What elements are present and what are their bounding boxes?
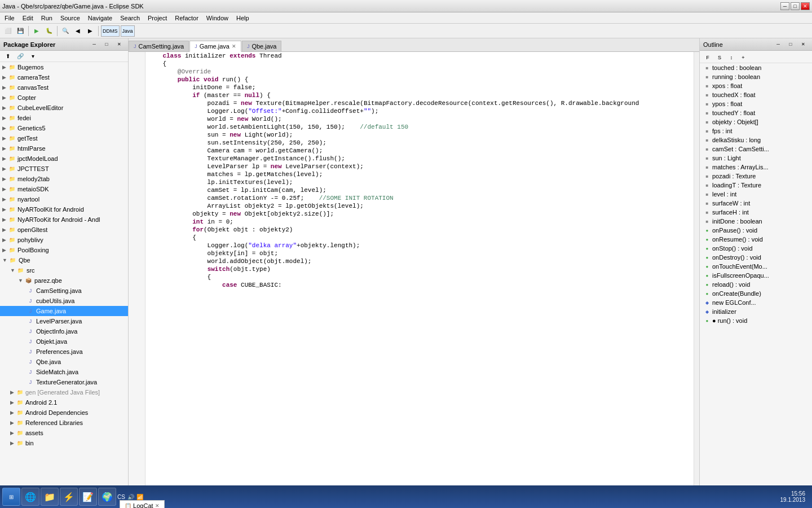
menu-file[interactable]: File xyxy=(1,14,18,23)
outline-item-2[interactable]: ■xpos : float xyxy=(700,81,812,90)
outline-item-6[interactable]: ■objekty : Objekt[] xyxy=(700,117,812,126)
outline-item-15[interactable]: ■surfaceW : int xyxy=(700,199,812,208)
outline-item-19[interactable]: ●onResume() : void xyxy=(700,235,812,244)
pe-close-button[interactable]: ✕ xyxy=(113,39,125,50)
outline-item-12[interactable]: ■pozadi : Texture xyxy=(700,172,812,181)
menu-help[interactable]: Help xyxy=(233,14,253,23)
java-button[interactable]: Java xyxy=(121,25,135,37)
pe-item-game.java[interactable]: JGame.java xyxy=(0,306,128,316)
pe-item-objectinfo.java[interactable]: JObjectInfo.java xyxy=(0,326,128,336)
minimize-button[interactable]: ─ xyxy=(780,2,789,10)
pe-item-gettest[interactable]: ▶📁getTest xyxy=(0,133,128,143)
pe-item-cubeleveleditor[interactable]: ▶📁CubeLevelEditor xyxy=(0,103,128,113)
debug-button[interactable]: 🐛 xyxy=(43,25,55,37)
pe-item-android-dependencies[interactable]: ▶📁Android Dependencies xyxy=(0,408,128,418)
maximize-button[interactable]: □ xyxy=(791,2,800,10)
taskbar-clock[interactable]: 15:56 19.1.2013 xyxy=(780,491,810,503)
pe-item-parez.qbe[interactable]: ▼📦parez.qbe xyxy=(0,275,128,286)
outline-hide-static[interactable]: S xyxy=(714,52,725,63)
pe-item-jpctmodelload[interactable]: ▶📁jpctModelLoad xyxy=(0,154,128,164)
taskbar-app1[interactable]: ⚡ xyxy=(60,488,78,506)
outline-item-27[interactable]: ◆initializer xyxy=(700,307,812,316)
outline-item-21[interactable]: ●onDestroy() : void xyxy=(700,253,812,262)
pe-item-htmlparse[interactable]: ▶📁htmlParse xyxy=(0,143,128,154)
pe-link-button[interactable]: 🔗 xyxy=(15,51,26,62)
outline-item-3[interactable]: ■touchedX : float xyxy=(700,90,812,99)
outline-item-20[interactable]: ●onStop() : void xyxy=(700,244,812,253)
menu-window[interactable]: Window xyxy=(203,14,232,23)
pe-item-cubeutils.java[interactable]: JcubeUtils.java xyxy=(0,296,128,306)
outline-item-23[interactable]: ●isFullscreenOpaqu... xyxy=(700,271,812,280)
outline-hide-fields[interactable]: F xyxy=(702,52,713,63)
tab-camsetting[interactable]: J CamSetting.java xyxy=(129,41,189,51)
new-button[interactable]: ⬜ xyxy=(2,25,14,37)
code-editor[interactable]: class initializer extends Thread { @Over… xyxy=(145,52,694,497)
prev-edit-button[interactable]: ◀ xyxy=(72,25,83,37)
outline-item-24[interactable]: ●reload() : void xyxy=(700,280,812,289)
pe-item-poolboxing[interactable]: ▶📁PoolBoxing xyxy=(0,245,128,255)
pe-item-referenced-libraries[interactable]: ▶📁Referenced Libraries xyxy=(0,418,128,428)
pe-minimize-button[interactable]: ─ xyxy=(89,39,100,50)
pe-item-canvastest[interactable]: ▶📁canvasTest xyxy=(0,82,128,93)
menu-search[interactable]: Search xyxy=(117,14,143,23)
pe-item-jpcttest[interactable]: ▶📁JPCTTEST xyxy=(0,164,128,174)
outline-item-13[interactable]: ■loadingT : Texture xyxy=(700,181,812,190)
pe-item-gen-[generated-java-files][interactable]: ▶📁gen [Generated Java Files] xyxy=(0,387,128,397)
pe-item-qbe.java[interactable]: JQbe.java xyxy=(0,357,128,367)
taskbar-app3[interactable]: 🌍 xyxy=(98,488,116,506)
pe-item-camsetting.java[interactable]: JCamSetting.java xyxy=(0,286,128,296)
tab-logcat[interactable]: 📋 LogCat ✕ xyxy=(120,500,164,508)
outline-item-7[interactable]: ■fps : int xyxy=(700,126,812,135)
outline-item-17[interactable]: ■initDone : boolean xyxy=(700,217,812,226)
pe-item-android-2.1[interactable]: ▶📁Android 2.1 xyxy=(0,397,128,408)
pe-item-melody2tab[interactable]: ▶📁melody2tab xyxy=(0,174,128,184)
pe-item-bin[interactable]: ▶📁bin xyxy=(0,438,128,448)
outline-item-10[interactable]: ■sun : Light xyxy=(700,154,812,163)
start-button[interactable]: ⊞ xyxy=(2,488,20,506)
menu-navigate[interactable]: Navigate xyxy=(85,14,116,23)
menu-run[interactable]: Run xyxy=(38,14,56,23)
tab-qbe[interactable]: J Qbe.java xyxy=(242,41,282,51)
pe-item-nyartookit-for-android---andl[interactable]: ▶📁NyARTooKit for Android - Andl xyxy=(0,214,128,225)
run-button[interactable]: ▶ xyxy=(31,25,42,37)
pe-item-nyartoolkit-for-android[interactable]: ▶📁NyARToolKit for Android xyxy=(0,204,128,214)
pe-item-qbe[interactable]: ▼📁Qbe xyxy=(0,255,128,265)
close-button[interactable]: ✕ xyxy=(801,2,810,10)
outline-item-18[interactable]: ●onPause() : void xyxy=(700,226,812,235)
outline-item-0[interactable]: ■touched : boolean xyxy=(700,63,812,72)
menu-source[interactable]: Source xyxy=(57,14,83,23)
outline-item-8[interactable]: ■delkaStisku : long xyxy=(700,135,812,144)
taskbar-browser[interactable]: 🌐 xyxy=(21,488,39,506)
taskbar-explorer[interactable]: 📁 xyxy=(41,488,59,506)
pe-item-preferences.java[interactable]: JPreferences.java xyxy=(0,347,128,357)
next-edit-button[interactable]: ▶ xyxy=(85,25,96,37)
pe-collapse-button[interactable]: ⬆ xyxy=(2,51,14,62)
pe-item-pohyblivy[interactable]: ▶📁pohyblivy xyxy=(0,235,128,245)
pe-maximize-button[interactable]: □ xyxy=(101,39,112,50)
pe-item-sidematch.java[interactable]: JSideMatch.java xyxy=(0,367,128,377)
save-button[interactable]: 💾 xyxy=(15,25,26,37)
outline-sort[interactable]: ↕ xyxy=(726,52,737,63)
outline-item-14[interactable]: ■level : int xyxy=(700,190,812,199)
taskbar-app2[interactable]: 📝 xyxy=(79,488,97,506)
outline-item-26[interactable]: ◆new EGLConf... xyxy=(700,298,812,307)
ddms-button[interactable]: DDMS xyxy=(101,25,120,37)
pe-item-copter[interactable]: ▶📁Copter xyxy=(0,93,128,103)
outline-expand[interactable]: + xyxy=(738,52,749,63)
pe-item-opengltest[interactable]: ▶📁openGltest xyxy=(0,225,128,235)
outline-item-11[interactable]: ■matches : ArrayLis... xyxy=(700,163,812,172)
outline-item-28[interactable]: ●● run() : void xyxy=(700,316,812,325)
outline-item-16[interactable]: ■surfaceH : int xyxy=(700,208,812,217)
tab-game-close[interactable]: ✕ xyxy=(232,43,236,49)
pe-item-texturegenerator.java[interactable]: JTextureGenerator.java xyxy=(0,377,128,387)
outline-item-5[interactable]: ■touchedY : float xyxy=(700,108,812,117)
pe-item-metaiosdk[interactable]: ▶📁metaioSDK xyxy=(0,184,128,194)
outline-maximize-button[interactable]: □ xyxy=(785,39,796,50)
outline-item-25[interactable]: ●onCreate(Bundle) xyxy=(700,289,812,298)
pe-menu-button[interactable]: ▾ xyxy=(27,51,38,62)
outline-item-9[interactable]: ■camSet : CamSetti... xyxy=(700,144,812,154)
tab-game[interactable]: J Game.java ✕ xyxy=(189,41,241,52)
pe-item-objekt.java[interactable]: JObjekt.java xyxy=(0,336,128,347)
outline-item-1[interactable]: ■running : boolean xyxy=(700,72,812,81)
pe-item-src[interactable]: ▼📁src xyxy=(0,265,128,275)
